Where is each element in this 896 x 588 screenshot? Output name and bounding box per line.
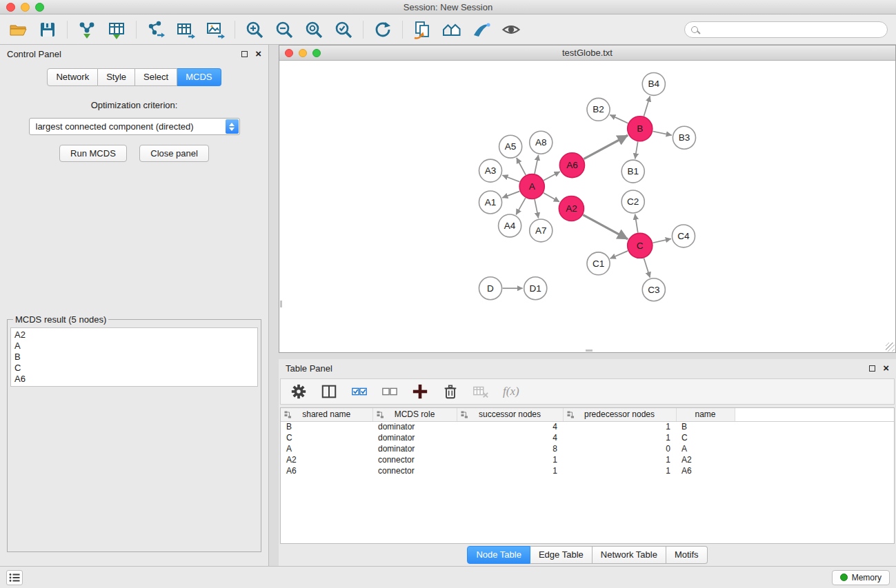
apply-style-icon[interactable] (472, 20, 491, 39)
edge-A-A3[interactable] (502, 175, 519, 182)
zoom-selected-icon[interactable] (334, 20, 353, 39)
show-columns-icon[interactable] (321, 383, 337, 400)
function-builder-icon[interactable]: f(x) (503, 385, 519, 398)
node-A2[interactable]: A2 (559, 196, 584, 221)
show-graphics-details-icon[interactable] (501, 20, 521, 39)
run-mcds-button[interactable]: Run MCDS (59, 145, 127, 162)
zoom-network-window-button[interactable] (312, 49, 321, 57)
search-input[interactable] (702, 25, 881, 34)
export-table-icon[interactable] (176, 20, 195, 39)
edge-A-A7[interactable] (535, 199, 539, 218)
tab-mcds[interactable]: MCDS (177, 68, 221, 86)
tab-network-table[interactable]: Network Table (593, 546, 666, 564)
edge-A-A1[interactable] (502, 191, 519, 198)
optimization-criterion-dropdown[interactable]: largest connected component (directed) (29, 118, 240, 135)
node-A3[interactable]: A3 (479, 159, 501, 182)
column-header-predecessor-nodes[interactable]: predecessor nodes (563, 408, 676, 421)
tab-network[interactable]: Network (47, 68, 98, 86)
edge-A-A4[interactable] (516, 198, 526, 214)
tab-motifs[interactable]: Motifs (666, 546, 708, 564)
export-image-icon[interactable] (206, 20, 225, 39)
search-box[interactable] (684, 21, 888, 38)
close-panel-icon[interactable]: × (883, 365, 889, 372)
tab-select[interactable]: Select (135, 68, 177, 86)
edge-B-B4[interactable] (644, 97, 650, 116)
column-header-mcds-role[interactable]: MCDS role (372, 408, 457, 421)
refresh-icon[interactable] (373, 20, 392, 39)
minimize-network-window-button[interactable] (299, 49, 307, 57)
zoom-fit-icon[interactable] (304, 20, 323, 39)
mcds-result-item[interactable]: C (14, 363, 254, 374)
node-D1[interactable]: D1 (524, 277, 547, 300)
close-panel-icon[interactable]: × (255, 50, 261, 57)
column-header-name[interactable]: name (676, 408, 735, 421)
node-B[interactable]: B (628, 116, 653, 141)
show-hide-panels-icon[interactable] (442, 20, 461, 39)
clone-network-icon[interactable] (412, 20, 432, 39)
node-C[interactable]: C (628, 233, 653, 258)
node-A1[interactable]: A1 (479, 191, 501, 214)
table-settings-gear-icon[interactable] (290, 383, 307, 400)
mcds-result-item[interactable]: A2 (14, 330, 254, 341)
zoom-in-icon[interactable] (245, 20, 264, 39)
network-graph[interactable]: B4B2BB3A5A8A6B1A3AA1A2C2A4A7C4CC1C3DD1 (279, 61, 895, 352)
select-all-columns-icon[interactable] (351, 383, 368, 400)
close-panel-button[interactable]: Close panel (139, 145, 209, 162)
zoom-window-button[interactable] (35, 3, 44, 12)
tab-node-table[interactable]: Node Table (467, 546, 530, 564)
mcds-result-list[interactable]: A2ABCA6 (10, 327, 258, 387)
close-window-button[interactable] (6, 3, 15, 12)
edge-A6-B[interactable] (584, 135, 628, 159)
node-B1[interactable]: B1 (621, 160, 644, 183)
node-C3[interactable]: C3 (642, 278, 665, 301)
table-row[interactable]: A6connector11A6 (281, 465, 894, 476)
add-column-icon[interactable] (412, 383, 428, 400)
node-A8[interactable]: A8 (530, 131, 552, 154)
node-B3[interactable]: B3 (673, 126, 695, 149)
node-C1[interactable]: C1 (587, 252, 610, 275)
float-panel-icon[interactable] (869, 365, 875, 372)
delete-column-trash-icon[interactable] (442, 383, 459, 400)
node-B4[interactable]: B4 (642, 72, 665, 95)
edge-B-B3[interactable] (653, 132, 671, 136)
task-history-button[interactable] (6, 570, 23, 585)
node-B2[interactable]: B2 (587, 98, 610, 121)
edge-A-A5[interactable] (517, 158, 526, 175)
import-network-file-icon[interactable] (77, 20, 97, 39)
edge-A-A6[interactable] (544, 172, 560, 181)
float-panel-icon[interactable] (241, 51, 248, 57)
unselect-all-columns-icon[interactable] (381, 383, 398, 400)
close-network-window-button[interactable] (285, 49, 293, 57)
node-table[interactable]: shared name MCDS role successor nodes (280, 407, 895, 544)
save-session-icon[interactable] (38, 20, 57, 39)
open-folder-icon[interactable] (8, 20, 28, 39)
node-C2[interactable]: C2 (621, 190, 644, 213)
memory-button[interactable]: Memory (832, 570, 890, 585)
zoom-out-icon[interactable] (275, 20, 294, 39)
mcds-result-item[interactable]: B (14, 352, 254, 363)
mcds-result-item[interactable]: A6 (14, 374, 254, 385)
edge-C-C4[interactable] (653, 239, 670, 243)
edge-C-C2[interactable] (635, 214, 638, 233)
tab-style[interactable]: Style (98, 68, 135, 86)
table-row[interactable]: A2connector11A2 (281, 454, 894, 465)
node-C4[interactable]: C4 (672, 225, 695, 247)
column-header-shared-name[interactable]: shared name (281, 408, 372, 421)
node-A7[interactable]: A7 (530, 219, 552, 242)
edge-A-A8[interactable] (535, 155, 539, 174)
network-canvas[interactable]: B4B2BB3A5A8A6B1A3AA1A2C2A4A7C4CC1C3DD1 (279, 61, 895, 352)
mcds-result-item[interactable]: A (14, 341, 254, 352)
resize-corner-handle[interactable] (886, 343, 895, 352)
table-row[interactable]: Adominator80A (281, 443, 894, 454)
table-row[interactable]: Cdominator41C (281, 432, 894, 443)
export-network-icon[interactable] (146, 20, 166, 39)
node-A4[interactable]: A4 (499, 214, 521, 237)
tab-edge-table[interactable]: Edge Table (530, 546, 593, 564)
edge-A2-C[interactable] (583, 215, 628, 239)
node-A5[interactable]: A5 (499, 135, 522, 158)
edge-C-C3[interactable] (644, 258, 650, 277)
edge-B-B1[interactable] (635, 141, 638, 159)
table-row[interactable]: Bdominator41B (281, 421, 894, 432)
node-A6[interactable]: A6 (559, 153, 584, 178)
edge-B-B2[interactable] (610, 115, 628, 123)
